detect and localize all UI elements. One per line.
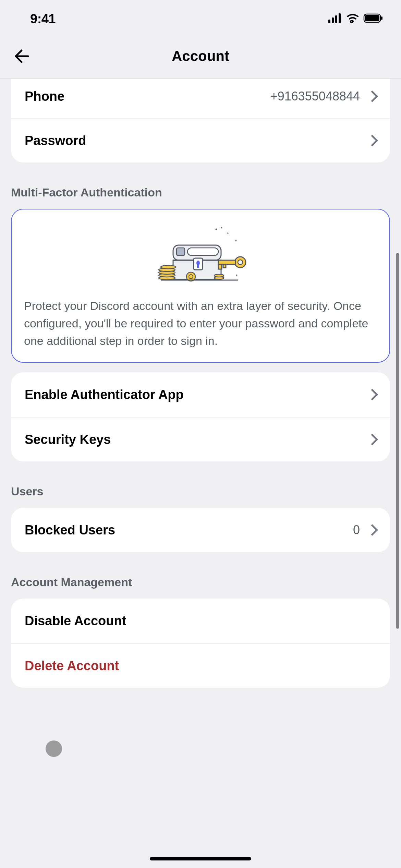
svg-rect-2 <box>335 15 337 23</box>
enable-authenticator-row[interactable]: Enable Authenticator App <box>11 372 390 417</box>
svg-point-8 <box>216 229 217 230</box>
back-button[interactable] <box>12 47 31 66</box>
wifi-icon <box>346 13 359 24</box>
chevron-right-icon <box>366 434 378 445</box>
users-group: Blocked Users 0 <box>11 508 390 552</box>
management-section-header: Account Management <box>11 576 390 589</box>
page-header: Account <box>0 34 401 79</box>
status-bar: 9:41 <box>0 0 401 34</box>
status-icons <box>328 13 384 24</box>
users-section-header: Users <box>11 485 390 498</box>
svg-rect-3 <box>339 13 341 23</box>
enable-auth-label: Enable Authenticator App <box>25 387 184 402</box>
mfa-section-header: Multi-Factor Authentication <box>11 186 390 199</box>
svg-rect-6 <box>365 15 379 21</box>
page-title: Account <box>172 48 229 64</box>
password-label: Password <box>25 133 86 148</box>
touch-indicator <box>46 740 62 757</box>
disable-account-row[interactable]: Disable Account <box>11 599 390 643</box>
svg-rect-16 <box>197 264 199 268</box>
mfa-info-card: Protect your Discord account with an ext… <box>11 209 390 363</box>
battery-icon <box>363 13 384 24</box>
chevron-right-icon <box>366 524 378 536</box>
svg-rect-0 <box>328 20 330 23</box>
security-keys-row[interactable]: Security Keys <box>11 417 390 461</box>
scroll-indicator <box>396 253 399 629</box>
phone-row[interactable]: Phone +916355048844 <box>11 79 390 118</box>
arrow-left-icon <box>14 48 29 64</box>
mfa-description: Protect your Discord account with an ext… <box>23 297 378 350</box>
svg-rect-11 <box>187 248 218 255</box>
svg-point-18 <box>238 260 243 265</box>
chevron-right-icon <box>366 389 378 400</box>
phone-label: Phone <box>25 89 64 104</box>
delete-account-row[interactable]: Delete Account <box>11 643 390 688</box>
treasure-chest-illustration <box>23 222 378 297</box>
security-keys-label: Security Keys <box>25 432 111 447</box>
svg-rect-19 <box>218 260 235 264</box>
delete-account-label: Delete Account <box>25 659 119 673</box>
status-time: 9:41 <box>30 12 56 26</box>
svg-rect-10 <box>177 248 185 255</box>
svg-point-4 <box>352 20 354 22</box>
svg-point-26 <box>161 265 176 269</box>
mfa-actions-group: Enable Authenticator App Security Keys <box>11 372 390 461</box>
disable-account-label: Disable Account <box>25 614 126 628</box>
chevron-right-icon <box>366 135 378 146</box>
management-group: Disable Account Delete Account <box>11 599 390 688</box>
cellular-signal-icon <box>328 13 342 24</box>
blocked-users-label: Blocked Users <box>25 523 115 538</box>
svg-point-30 <box>214 274 224 277</box>
svg-rect-20 <box>218 264 222 269</box>
blocked-users-row[interactable]: Blocked Users 0 <box>11 508 390 552</box>
svg-rect-21 <box>223 264 226 268</box>
blocked-users-count: 0 <box>353 523 360 537</box>
svg-rect-1 <box>332 17 334 23</box>
home-indicator[interactable] <box>150 857 251 860</box>
phone-value: +916355048844 <box>270 89 360 104</box>
password-row[interactable]: Password <box>11 118 390 162</box>
svg-rect-7 <box>381 16 382 20</box>
account-info-group: Phone +916355048844 Password <box>11 79 390 162</box>
chevron-right-icon <box>366 91 378 102</box>
